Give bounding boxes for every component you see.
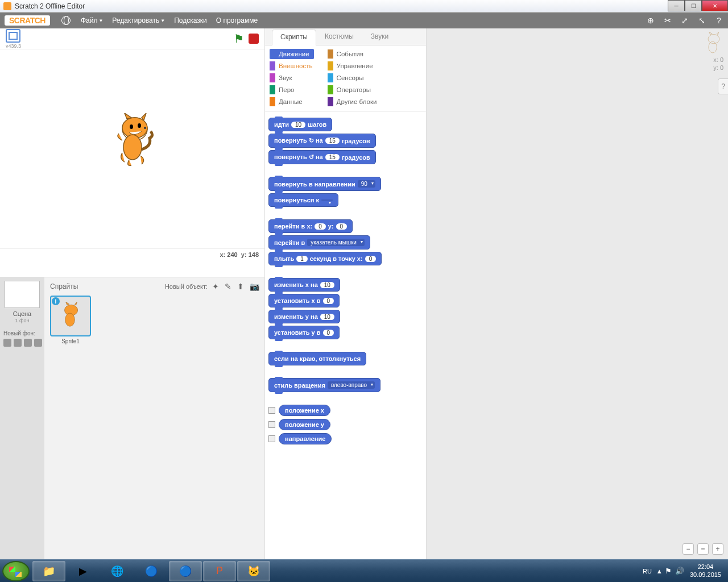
stage-canvas[interactable] — [0, 49, 264, 249]
sprite-list: Спрайты Новый объект: ✦ ✎ ⬆ 📷 i Sprite1 — [44, 277, 264, 559]
category-Звук[interactable]: Звук — [270, 73, 314, 83]
app-icon — [3, 2, 11, 10]
category-Данные[interactable]: Данные — [270, 97, 314, 107]
help-icon[interactable]: ? — [714, 16, 723, 25]
reporter-y-position[interactable]: положение y — [279, 419, 330, 430]
scratch-logo[interactable]: SCRATCH — [5, 15, 50, 26]
grow-icon[interactable]: ⤢ — [680, 16, 689, 25]
task-chrome2[interactable]: 🔵 — [169, 561, 202, 581]
stage-area: v439.3 ⚑ x: 240 y: 148 — [0, 28, 264, 277]
sprite-paint-icon[interactable]: ✎ — [225, 282, 234, 291]
minimize-button[interactable]: ─ — [668, 0, 685, 11]
tray-action-icon[interactable]: ⚑ — [665, 567, 672, 575]
menu-tips[interactable]: Подсказки — [174, 16, 207, 24]
block-goto-xy[interactable]: перейти в x:0y:0 — [268, 219, 353, 233]
category-Управление[interactable]: Управление — [328, 61, 377, 71]
backdrop-thumb[interactable] — [5, 281, 40, 308]
menu-about[interactable]: О программе — [216, 16, 258, 24]
task-explorer[interactable]: 📁 — [32, 561, 65, 581]
sprites-heading: Спрайты — [50, 282, 78, 290]
system-tray[interactable]: RU ▴ ⚑ 🔊 22:04 30.09.2015 — [643, 563, 726, 579]
taskbar[interactable]: 📁 ▶ 🌐 🔵 🔵 P 🐱 RU ▴ ⚑ 🔊 22:04 30.09.2015 — [0, 559, 728, 582]
sprite-area: Сцена 1 фон Новый фон: Спрайты Новый объ… — [0, 277, 264, 559]
shrink-icon[interactable]: ⤡ — [697, 16, 706, 25]
fullscreen-button[interactable] — [6, 29, 20, 43]
svg-point-2 — [123, 135, 142, 160]
block-point-direction[interactable]: повернуть в направлении90 — [268, 177, 381, 191]
svg-point-5 — [144, 127, 146, 129]
zoom-reset-button[interactable]: = — [697, 543, 709, 555]
task-powerpoint[interactable]: P — [203, 561, 236, 581]
close-button[interactable]: ✕ — [702, 0, 728, 11]
green-flag-icon[interactable]: ⚑ — [234, 32, 244, 45]
block-set-x[interactable]: установить x в0 — [268, 294, 340, 307]
block-move-steps[interactable]: идти10шагов — [268, 118, 332, 131]
sprite-info-icon[interactable]: i — [52, 297, 60, 305]
block-categories: ДвижениеВнешностьЗвукПероДанные СобытияУ… — [265, 45, 426, 112]
task-chrome1[interactable]: 🔵 — [135, 561, 168, 581]
block-point-towards[interactable]: повернуться к — [268, 193, 338, 207]
block-rotation-style[interactable]: стиль вращениявлево-вправо — [268, 378, 380, 392]
block-change-y[interactable]: изменить y на10 — [268, 310, 340, 323]
stop-icon[interactable] — [249, 34, 259, 44]
blocks-palette[interactable]: идти10шагов повернуть ↻ на15градусов пов… — [265, 112, 426, 559]
block-glide[interactable]: плыть1секунд в точку x:0 — [268, 252, 382, 265]
block-change-x[interactable]: изменить x на10 — [268, 278, 340, 292]
task-scratch[interactable]: 🐱 — [237, 561, 270, 581]
stamp-icon[interactable]: ⊕ — [646, 16, 655, 25]
checkbox-y-position[interactable] — [268, 421, 275, 428]
backdrop-panel: Сцена 1 фон Новый фон: — [0, 277, 44, 559]
category-События[interactable]: События — [328, 49, 377, 59]
backdrop-camera-icon[interactable] — [34, 339, 42, 347]
category-Сенсоры[interactable]: Сенсоры — [328, 73, 377, 83]
task-media[interactable]: ▶ — [67, 561, 100, 581]
reporter-direction[interactable]: направление — [279, 433, 332, 444]
block-turn-cw[interactable]: повернуть ↻ на15градусов — [268, 134, 376, 148]
block-set-y[interactable]: установить y в0 — [268, 326, 340, 339]
block-turn-ccw[interactable]: повернуть ↺ на15градусов — [268, 150, 376, 164]
svg-point-4 — [138, 123, 141, 128]
scissors-icon[interactable]: ✂ — [663, 16, 672, 25]
backdrop-library-icon[interactable] — [3, 339, 11, 347]
category-Внешность[interactable]: Внешность — [270, 61, 314, 71]
help-tab-icon[interactable]: ? — [718, 78, 728, 94]
backdrop-upload-icon[interactable] — [24, 339, 32, 347]
window-title: Scratch 2 Offline Editor — [15, 2, 85, 10]
task-ie[interactable]: 🌐 — [101, 561, 134, 581]
tray-volume-icon[interactable]: 🔊 — [675, 567, 684, 575]
svg-point-9 — [709, 41, 717, 53]
sprite-thumb[interactable]: i — [50, 296, 91, 336]
backdrop-paint-icon[interactable] — [14, 339, 22, 347]
category-Операторы[interactable]: Операторы — [328, 85, 377, 95]
checkbox-direction[interactable] — [268, 435, 275, 442]
menu-file[interactable]: Файл▼ — [81, 16, 103, 24]
svg-point-7 — [65, 313, 75, 326]
category-Движение[interactable]: Движение — [270, 49, 314, 59]
tab-sounds[interactable]: Звуки — [362, 28, 397, 45]
category-Перо[interactable]: Перо — [270, 85, 314, 95]
new-sprite-label: Новый объект: — [165, 283, 208, 290]
reporter-x-position[interactable]: положение x — [279, 405, 330, 416]
block-edge-bounce[interactable]: если на краю, оттолкнуться — [268, 352, 366, 365]
maximize-button[interactable]: ☐ — [685, 0, 702, 11]
block-goto-target[interactable]: перейти вуказатель мышки — [268, 235, 370, 250]
menu-edit[interactable]: Редактировать▼ — [112, 16, 165, 24]
tab-costumes[interactable]: Костюмы — [316, 28, 362, 45]
sprite-upload-icon[interactable]: ⬆ — [237, 282, 246, 291]
sprite-cat[interactable] — [111, 113, 156, 167]
tray-clock[interactable]: 22:04 30.09.2015 — [690, 563, 721, 579]
sprite-library-icon[interactable]: ✦ — [212, 282, 221, 291]
start-button[interactable] — [2, 561, 30, 581]
tab-scripts[interactable]: Скрипты — [272, 29, 316, 45]
tray-flag-icon[interactable]: ▴ — [657, 567, 661, 575]
svg-point-3 — [130, 124, 133, 129]
tray-lang[interactable]: RU — [643, 568, 652, 575]
checkbox-x-position[interactable] — [268, 407, 275, 414]
globe-icon[interactable] — [61, 16, 71, 25]
sprite-camera-icon[interactable]: 📷 — [250, 282, 259, 291]
zoom-out-button[interactable]: − — [682, 543, 694, 555]
current-sprite-icon — [703, 32, 723, 52]
category-Другие блоки[interactable]: Другие блоки — [328, 97, 377, 107]
script-area[interactable]: x: 0 y: 0 ? − = + — [427, 28, 728, 559]
zoom-in-button[interactable]: + — [712, 543, 723, 555]
